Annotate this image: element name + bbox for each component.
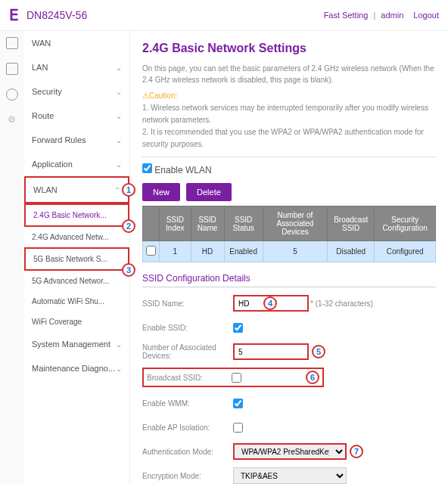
nav-maintenance[interactable]: Maintenance Diagno...⌄ <box>24 356 129 380</box>
nav-5g-basic[interactable]: 5G Basic Network S... 3 <box>24 247 129 271</box>
ap-isolation-label: Enable AP Isolation: <box>142 424 233 432</box>
main-panel: 2.4G Basic Network Settings On this page… <box>130 31 448 484</box>
table-row[interactable]: 1HDEnabled 5DisabledConfigured <box>143 241 436 262</box>
encryption-mode-label: Encryption Mode: <box>142 472 233 480</box>
broadcast-ssid-label: Broadcast SSID: <box>147 374 232 382</box>
assoc-devices-label: Number of Associated Devices: <box>142 343 233 360</box>
ssid-name-label: SSID Name: <box>142 299 233 308</box>
nav-wlan[interactable]: WLAN⌃ 1 <box>24 176 129 203</box>
chevron-down-icon: ⌄ <box>116 160 122 169</box>
home-icon[interactable] <box>6 37 18 49</box>
nav-wan[interactable]: WAN <box>24 31 129 55</box>
nav-auto-wifi-shut[interactable]: Automatic WiFi Shu... <box>24 291 129 312</box>
clock-icon[interactable] <box>6 88 18 101</box>
enable-wlan-checkbox[interactable] <box>142 163 152 173</box>
chevron-down-icon: ⌄ <box>116 365 122 373</box>
nav-lan[interactable]: LAN⌄ <box>24 55 129 79</box>
model-name: DN8245V-56 <box>26 9 87 21</box>
assoc-devices-input[interactable] <box>233 343 309 360</box>
annotation-7: 7 <box>350 445 363 458</box>
nav-application[interactable]: Application⌄ <box>24 152 129 176</box>
enable-wmm-label: Enable WMM: <box>142 399 233 408</box>
row-checkbox[interactable] <box>146 246 156 256</box>
nav-forward-rules[interactable]: Forward Rules⌄ <box>24 128 129 152</box>
caution-block: ⚠Caution: 1. Wireless network services m… <box>142 90 436 157</box>
new-button[interactable]: New <box>142 183 180 201</box>
annotation-5: 5 <box>312 345 325 358</box>
auth-mode-select[interactable]: WPA/WPA2 PreSharedKey <box>233 443 347 460</box>
enable-wlan-row: Enable WLAN <box>142 163 436 175</box>
broadcast-ssid-checkbox[interactable] <box>232 373 241 383</box>
plus-icon[interactable] <box>6 63 18 75</box>
annotation-2: 2 <box>122 219 135 233</box>
enable-ssid-label: Enable SSID: <box>142 324 233 332</box>
annotation-1: 1 <box>122 183 135 197</box>
enable-ssid-checkbox[interactable] <box>233 323 243 333</box>
admin-link[interactable]: admin <box>381 11 403 20</box>
enable-wlan-label: Enable WLAN <box>154 165 211 175</box>
ap-isolation-checkbox[interactable] <box>233 423 243 433</box>
nav-24g-basic[interactable]: 2.4G Basic Network... 2 <box>24 203 129 227</box>
auth-mode-label: Authentication Mode: <box>142 448 233 456</box>
nav-wifi-coverage[interactable]: WiFi Coverage <box>24 312 129 332</box>
gear-icon[interactable]: ⚙ <box>8 114 17 123</box>
chevron-down-icon: ⌄ <box>116 340 122 349</box>
nav-security[interactable]: Security⌄ <box>24 79 129 104</box>
nav-5g-advanced[interactable]: 5G Advanced Networ... <box>24 271 129 291</box>
header: ⴹ DN8245V-56 Fast Setting | admin Logout <box>0 0 448 31</box>
nav-system-mgmt[interactable]: System Management⌄ <box>24 332 129 356</box>
fast-setting-link[interactable]: Fast Setting <box>324 11 369 20</box>
nav-24g-advanced[interactable]: 2.4G Advanced Netw... <box>24 227 129 247</box>
page-intro: On this page, you can set the basic para… <box>142 63 436 85</box>
ssid-table: SSID IndexSSID NameSSID Status Number of… <box>142 206 436 262</box>
annotation-3: 3 <box>122 263 135 277</box>
chevron-up-icon: ⌃ <box>114 186 120 194</box>
nav-route[interactable]: Route⌄ <box>24 104 129 128</box>
chevron-down-icon: ⌄ <box>116 88 122 96</box>
enable-wmm-checkbox[interactable] <box>233 399 243 408</box>
encryption-mode-select[interactable]: TKIP&AES <box>233 467 347 484</box>
chevron-down-icon: ⌄ <box>116 64 122 72</box>
ssid-name-hint: * (1-32 characters) <box>310 299 373 308</box>
annotation-6: 6 <box>306 371 319 384</box>
chevron-down-icon: ⌄ <box>116 136 122 144</box>
annotation-4: 4 <box>263 296 277 310</box>
sidebar: WAN LAN⌄ Security⌄ Route⌄ Forward Rules⌄… <box>24 31 130 484</box>
logout-link[interactable]: Logout <box>413 11 439 20</box>
delete-button[interactable]: Delete <box>186 183 232 201</box>
ssid-config-title: SSID Configuration Details <box>142 273 436 287</box>
we-logo: ⴹ <box>9 6 19 24</box>
page-title: 2.4G Basic Network Settings <box>142 42 436 55</box>
chevron-down-icon: ⌄ <box>116 112 122 120</box>
icon-rail: ⚙ <box>0 31 24 484</box>
